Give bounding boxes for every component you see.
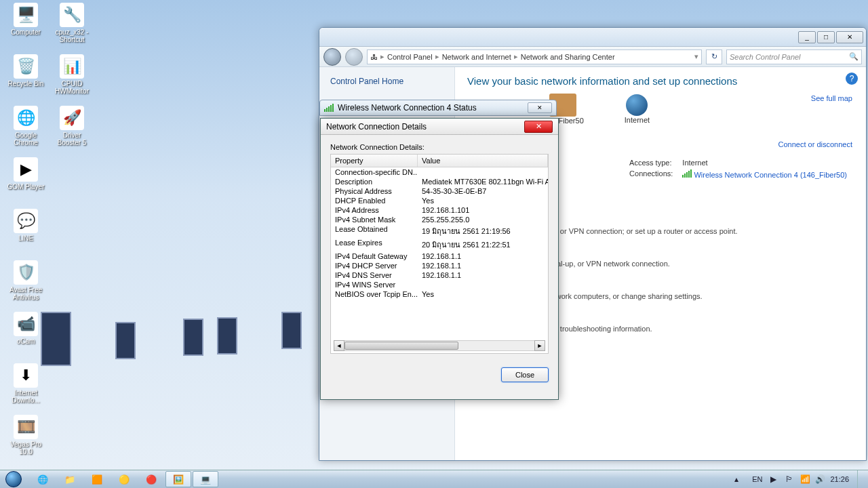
status-window-titlebar[interactable]: Wireless Network Connection 4 Status ✕ <box>319 100 557 116</box>
table-row[interactable]: Lease Obtained19 มิถุนายน 2561 21:19:56 <box>331 224 548 238</box>
desktop-icon-label: oCam <box>17 338 35 345</box>
desktop-icon[interactable]: 📹oCam <box>5 310 47 360</box>
desktop-icon-image: 🔧 <box>60 3 84 27</box>
desktop-icon-label: Avast Free Antivirus <box>5 286 47 301</box>
value-cell: 255.255.255.0 <box>418 215 548 224</box>
back-button[interactable] <box>323 48 341 66</box>
minimize-button[interactable]: _ <box>798 31 816 43</box>
table-row[interactable]: Connection-specific DN... <box>331 167 548 177</box>
scroll-right-button[interactable]: ► <box>534 340 545 351</box>
status-close-button[interactable]: ✕ <box>528 102 552 113</box>
show-desktop-button[interactable] <box>857 470 864 489</box>
desktop-icon-label: Computer <box>11 28 41 36</box>
desktop-icon[interactable]: ▶GOM Player <box>5 156 47 205</box>
scroll-thumb[interactable] <box>344 342 458 350</box>
table-row[interactable]: IPv4 Subnet Mask255.255.255.0 <box>331 215 548 224</box>
table-row[interactable]: IPv4 Address192.168.1.101 <box>331 205 548 215</box>
desktop-icon-image: ▶ <box>14 157 38 182</box>
details-titlebar[interactable]: Network Connection Details ✕ <box>321 119 558 135</box>
tray-action-center-icon[interactable]: 🏳 <box>785 474 795 484</box>
desktop-icon-image: 🗑️ <box>14 54 38 79</box>
scroll-track[interactable] <box>344 340 534 351</box>
desktop-icon[interactable]: 📊CPUID HWMonitor <box>51 53 93 102</box>
desktop-icon[interactable]: 🚀Driver Booster 5 <box>51 104 93 154</box>
table-row[interactable]: IPv4 Default Gateway192.168.1.1 <box>331 251 548 261</box>
connection-link[interactable]: Wireless Network Connection 4 (146_Fiber… <box>694 171 847 179</box>
language-indicator[interactable]: EN <box>749 474 765 485</box>
maximize-button[interactable]: □ <box>817 31 835 43</box>
connect-disconnect-link[interactable]: Connect or disconnect <box>778 140 852 148</box>
internet-icon[interactable]: Internet <box>625 94 650 124</box>
desktop-icon[interactable]: 🛡️Avast Free Antivirus <box>5 259 47 308</box>
property-cell: IPv4 WINS Server <box>331 280 418 289</box>
desktop-icon[interactable]: 🌐Google Chrome <box>5 104 47 154</box>
forward-button[interactable] <box>345 48 363 66</box>
value-cell: Yes <box>418 196 548 205</box>
table-row[interactable]: DHCP EnabledYes <box>331 196 548 205</box>
desktop-icon[interactable]: 🔧cpuz_x32 - Shortcut <box>51 1 93 51</box>
toolbar: 🖧 ▸ Control Panel ▸ Network and Internet… <box>319 47 866 67</box>
desktop-icon-label: Driver Booster 5 <box>51 131 93 146</box>
details-table: Property Value Connection-specific DN...… <box>330 154 549 354</box>
clock[interactable]: 21:26 <box>830 476 849 483</box>
desktop-icon-label: GOM Player <box>7 183 44 190</box>
property-cell: DHCP Enabled <box>331 196 418 205</box>
start-button[interactable] <box>0 470 27 489</box>
close-icon[interactable]: ✕ <box>524 121 553 133</box>
signal-icon <box>682 169 692 178</box>
search-icon[interactable]: 🔍 <box>849 52 859 61</box>
property-cell: Lease Obtained <box>331 224 418 238</box>
breadcrumb-item[interactable]: Network and Internet <box>442 53 511 61</box>
desktop-icon-image: 🎞️ <box>14 415 38 439</box>
taskbar-item[interactable]: 🟡 <box>111 471 137 487</box>
table-row[interactable]: Lease Expires20 มิถุนายน 2561 21:22:51 <box>331 238 548 251</box>
taskbar-item[interactable]: 🔴 <box>138 471 164 487</box>
search-input[interactable]: Search Control Panel 🔍 <box>726 49 862 64</box>
desktop-icon-image: 🛡️ <box>14 260 38 285</box>
tray-show-hidden-icon[interactable]: ▴ <box>734 474 744 484</box>
breadcrumb-item[interactable]: Network and Sharing Center <box>521 53 615 61</box>
breadcrumb[interactable]: 🖧 ▸ Control Panel ▸ Network and Internet… <box>367 49 702 64</box>
control-panel-home-link[interactable]: Control Panel Home <box>330 77 443 86</box>
status-window-title: Wireless Network Connection 4 Status <box>338 103 477 113</box>
taskbar-item[interactable]: 🟧 <box>84 471 110 487</box>
horizontal-scrollbar[interactable]: ◄ ► <box>334 340 545 351</box>
property-cell: Physical Address <box>331 186 418 196</box>
close-button[interactable]: ✕ <box>836 31 863 43</box>
close-button[interactable]: Close <box>501 367 549 382</box>
taskbar-item[interactable]: 🖼️ <box>165 471 191 487</box>
property-cell: IPv4 Address <box>331 205 418 215</box>
refresh-button[interactable]: ↻ <box>706 49 722 64</box>
table-row[interactable]: Physical Address54-35-30-3E-0E-B7 <box>331 186 548 196</box>
search-placeholder: Search Control Panel <box>730 53 801 61</box>
taskbar-item[interactable]: 📁 <box>57 471 83 487</box>
desktop-icon[interactable]: 🎞️Vegas Pro 10.0 <box>5 413 47 463</box>
tray-volume-icon[interactable]: 🔊 <box>815 474 825 484</box>
desktop-icon-label: Google Chrome <box>5 131 47 146</box>
table-row[interactable]: IPv4 DNS Server192.168.1.1 <box>331 270 548 280</box>
table-row[interactable]: DescriptionMediatek MT7630E 802.11bgn Wi… <box>331 177 548 186</box>
window-titlebar[interactable]: _ □ ✕ <box>319 28 866 47</box>
desktop-icon[interactable]: 🖥️Computer <box>5 1 47 51</box>
scroll-left-button[interactable]: ◄ <box>334 340 344 351</box>
column-header-property[interactable]: Property <box>331 155 418 167</box>
desktop-icon[interactable]: 🗑️Recycle Bin <box>5 53 47 102</box>
table-row[interactable]: NetBIOS over Tcpip En...Yes <box>331 289 548 299</box>
connection-info: Access type:Internet Connections: Wirele… <box>624 157 852 181</box>
desktop-icon-image: 📊 <box>60 54 84 79</box>
breadcrumb-item[interactable]: Control Panel <box>387 53 433 61</box>
value-cell: 192.168.1.1 <box>418 261 548 270</box>
taskbar-item[interactable]: 🌐 <box>30 471 56 487</box>
see-full-map-link[interactable]: See full map <box>811 94 852 102</box>
desktop-icon[interactable]: 💬LINE <box>5 207 47 257</box>
table-row[interactable]: IPv4 DHCP Server192.168.1.1 <box>331 261 548 270</box>
help-icon[interactable]: ? <box>846 73 858 85</box>
tray-gom-icon[interactable]: ▶ <box>770 474 780 484</box>
tray-network-icon[interactable]: 📶 <box>800 474 810 484</box>
table-row[interactable]: IPv4 WINS Server <box>331 280 548 289</box>
property-cell: NetBIOS over Tcpip En... <box>331 289 418 299</box>
taskbar-item[interactable]: 💻 <box>193 471 218 487</box>
desktop-icon-label: Internet Downlo... <box>5 389 47 404</box>
column-header-value[interactable]: Value <box>418 155 548 167</box>
desktop-icon[interactable]: ⬇Internet Downlo... <box>5 362 47 411</box>
